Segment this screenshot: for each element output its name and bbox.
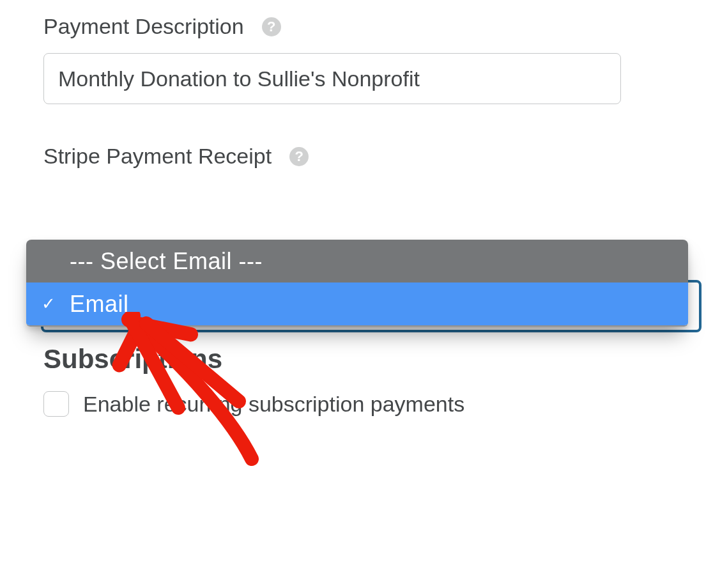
subscriptions-heading-text: Subscriptions [43, 344, 222, 374]
stripe-receipt-label-text: Stripe Payment Receipt [43, 144, 272, 169]
subscriptions-heading: Subscriptions [43, 344, 713, 375]
dropdown-option-email[interactable]: ✓ Email [26, 282, 688, 325]
stripe-receipt-label: Stripe Payment Receipt ? [43, 144, 713, 169]
dropdown-option-email-text: Email [70, 291, 129, 318]
payment-description-label: Payment Description ? [43, 14, 713, 39]
help-icon[interactable]: ? [289, 147, 309, 166]
help-icon[interactable]: ? [262, 17, 281, 36]
dropdown-option-placeholder[interactable]: --- Select Email --- [26, 240, 688, 282]
checkmark-icon: ✓ [42, 294, 70, 314]
payment-description-label-text: Payment Description [43, 14, 244, 39]
recurring-checkbox[interactable] [43, 391, 69, 417]
recurring-label: Enable recurring subscription payments [83, 392, 464, 417]
stripe-receipt-dropdown-list: --- Select Email --- ✓ Email [26, 240, 688, 327]
dropdown-option-placeholder-text: --- Select Email --- [70, 248, 263, 275]
recurring-row: Enable recurring subscription payments [43, 391, 713, 417]
payment-description-input[interactable] [43, 53, 621, 104]
